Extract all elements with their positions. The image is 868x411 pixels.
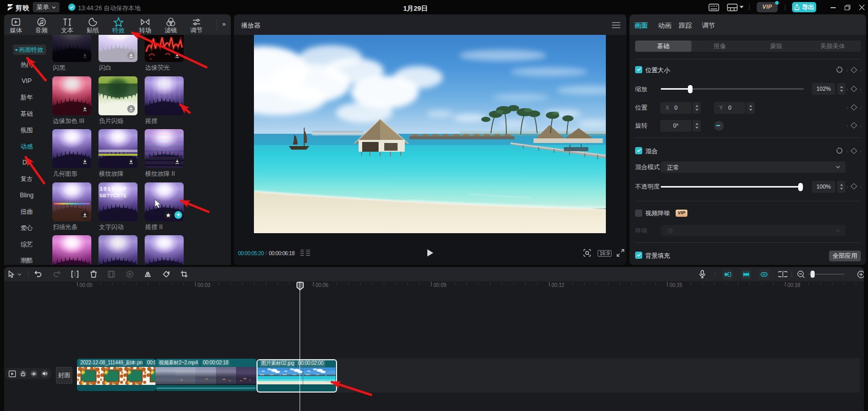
svg-text:00:06: 00:06 <box>315 282 328 288</box>
svg-text:00:18: 00:18 <box>787 282 800 288</box>
svg-text:00:00: 00:00 <box>80 282 92 288</box>
svg-text:00:09: 00:09 <box>433 282 446 288</box>
svg-text:00:12: 00:12 <box>551 282 564 288</box>
svg-text:00:03: 00:03 <box>198 282 210 288</box>
svg-text:00:15: 00:15 <box>669 282 682 288</box>
